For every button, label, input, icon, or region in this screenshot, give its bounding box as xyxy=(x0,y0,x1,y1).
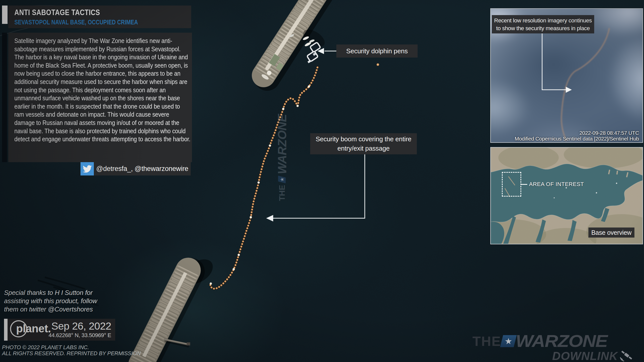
logo-downlink: DOWNLINK xyxy=(552,349,618,362)
inset-arrowhead-icon xyxy=(566,87,572,93)
aoi-connector-line xyxy=(521,184,527,185)
analysis-accent-bar xyxy=(2,33,7,162)
title-accent-bar xyxy=(2,6,8,24)
credits-line1: Special thanks to H I Sutton for xyxy=(4,289,97,297)
infographic-canvas: THE ★ WARZONE ANTI SABOTAGE TACTICS SEVA… xyxy=(0,0,644,362)
page-title: ANTI SABOTAGE TACTICS xyxy=(14,8,163,17)
inset-caption-line1: Recent low resolution imagery continues xyxy=(494,17,592,24)
base-overview-badge-text: Base overview xyxy=(591,229,632,236)
planet-logo-text: planet. xyxy=(16,322,51,335)
imagery-attribution: Modified Copernicus Sentinel data [2022]… xyxy=(515,136,639,142)
inset-arrow-elbow xyxy=(542,33,566,90)
inset-caption-line2: to show the security measures in place xyxy=(496,24,590,32)
label-boom-line2: entry/exit passage xyxy=(337,144,389,153)
inset-recent-attribution: 2022-09-28 08:47:57 UTC Modified Coperni… xyxy=(515,130,639,142)
boom-arrow-elbow xyxy=(273,154,365,218)
imagery-timestamp: 2022-09-28 08:47:57 UTC xyxy=(515,130,639,136)
twitter-bird-icon xyxy=(83,164,92,173)
inset-recent-imagery: Recent low resolution imagery continues … xyxy=(490,8,643,143)
area-of-interest-box xyxy=(502,172,521,197)
social-handles: @detresfa_, @thewarzonewire xyxy=(96,165,188,173)
photo-copyright: PHOTO © 2022 PLANET LABS INC. ALL RIGHTS… xyxy=(2,344,141,356)
base-overview-badge: Base overview xyxy=(588,228,634,238)
logo-warzone: WARZONE xyxy=(516,331,607,351)
aoi-label: AREA OF INTEREST xyxy=(529,181,584,188)
lowres-boom-feature xyxy=(561,28,609,141)
logo-star-icon: ★ xyxy=(500,335,517,347)
twitter-icon xyxy=(80,162,94,175)
label-dolphin-pens-text: Security dolphin pens xyxy=(346,47,408,55)
warzone-downlink-logo: THE ★ WARZONE DOWNLINK xyxy=(472,330,641,362)
inset-recent-caption: Recent low resolution imagery continues … xyxy=(492,15,594,33)
boom-arrowhead-icon xyxy=(266,215,273,221)
analysis-text: Satellite imagery analyzed by The War Zo… xyxy=(14,37,191,143)
satellite-icon xyxy=(619,349,634,362)
title-panel: ANTI SABOTAGE TACTICS SEVASTOPOL NAVAL B… xyxy=(8,6,191,28)
copyright-line1: PHOTO © 2022 PLANET LABS INC. xyxy=(2,344,141,350)
special-thanks-credits: Special thanks to H I Sutton for assisti… xyxy=(4,289,97,313)
logo-the: THE xyxy=(472,333,501,349)
planet-accent-bar xyxy=(4,319,8,341)
planet-source-bar: planet. Sep 26, 2022 44.62268° N, 33.509… xyxy=(8,319,115,341)
credits-line3: them on twitter @Covertshores xyxy=(4,305,97,313)
label-dolphin-pens: Security dolphin pens xyxy=(336,44,418,58)
copyright-line2: ALL RIGHTS RESERVED. REPRINTED BY PERMIS… xyxy=(2,350,141,356)
analysis-panel: Satellite imagery analyzed by The War Zo… xyxy=(8,33,192,162)
social-handles-bar: @detresfa_, @thewarzonewire xyxy=(94,162,191,175)
page-subtitle: SEVASTOPOL NAVAL BASE, OCCUPIED CRIMEA xyxy=(14,19,163,26)
capture-date: Sep 26, 2022 xyxy=(51,320,111,332)
inset-base-overview: AREA OF INTEREST Base overview xyxy=(490,147,643,244)
label-boom-line1: Security boom covering the entire xyxy=(316,134,412,144)
capture-coordinates: 44.62268° N, 33.50969° E xyxy=(49,332,111,339)
credits-line2: assisting with this product, follow xyxy=(4,297,97,305)
label-security-boom: Security boom covering the entire entry/… xyxy=(310,133,417,154)
dolphin-pens-arrowhead-icon xyxy=(317,48,324,54)
